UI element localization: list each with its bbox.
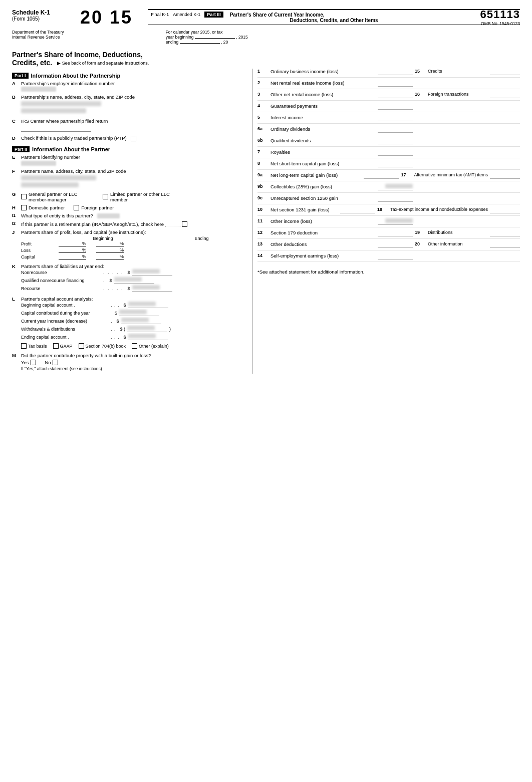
field-g-check1[interactable] <box>21 194 27 199</box>
rp-col15-label-0: Credits <box>428 69 488 74</box>
l-row-blur-1 <box>119 310 147 314</box>
l-row-blur-0 <box>128 302 156 306</box>
l-704b-checkbox[interactable] <box>79 343 84 349</box>
j-row-pct1-1[interactable]: % <box>59 247 86 253</box>
rp-value-0[interactable] <box>378 69 413 75</box>
rp-label-15: Other deductions <box>271 241 376 247</box>
rp-col15-label-12: Tax-exempt income and nondeductible expe… <box>390 207 488 212</box>
j-row-pct2-1[interactable]: % <box>96 247 124 253</box>
field-g-check2[interactable] <box>103 194 108 199</box>
field-j-row-2: Capital % % <box>21 254 246 259</box>
rp-value-1[interactable] <box>378 80 413 87</box>
rp-num-0: 1 <box>257 69 269 74</box>
k-row-blur-2 <box>132 285 160 290</box>
amended-k1-label: Amended K-1 <box>173 12 200 17</box>
rp-col15-num-0: 15 <box>415 69 426 74</box>
field-b-content: Partnership's name, address, city, state… <box>21 94 135 114</box>
ending-input[interactable] <box>180 43 220 44</box>
field-m-yes: Yes <box>21 360 36 365</box>
rp-col15-label-15: Other information <box>428 241 488 246</box>
l-row-value-2[interactable] <box>121 318 161 324</box>
j-row-pct2-2[interactable]: % <box>96 254 124 259</box>
j-row-name-0: Profit <box>21 241 49 246</box>
rp-value-4[interactable] <box>378 115 413 121</box>
rp-value-5[interactable] <box>378 126 413 133</box>
k-row-value-1[interactable] <box>114 277 154 284</box>
l-row-value-1[interactable] <box>119 310 159 316</box>
omb-number: OMB No. 1545-0123 <box>480 21 520 26</box>
rp-value-9[interactable] <box>364 172 399 179</box>
field-m-no: No <box>45 360 58 365</box>
rp-value-7[interactable] <box>378 149 413 156</box>
rp-col15-value-9[interactable] <box>490 172 520 179</box>
schedule-title-block: Schedule K-1 (Form 1065) <box>12 9 50 22</box>
rp-col15-value-15[interactable] <box>490 241 520 248</box>
rp-num-9: 9a <box>257 172 269 177</box>
j-row-pct1-0[interactable]: % <box>59 241 86 246</box>
rp-col15-value-12[interactable] <box>490 207 520 213</box>
rp-value-2[interactable] <box>378 92 413 98</box>
field-k-row: K Partner's share of liabilities at year… <box>12 264 246 293</box>
rp-value-3[interactable] <box>378 103 413 110</box>
rp-num-6: 6b <box>257 138 269 143</box>
j-row-pct1-2[interactable]: % <box>59 254 86 259</box>
rp-col15-value-0[interactable] <box>490 69 520 75</box>
field-k-row-0: Nonrecourse . . . . . $ <box>21 269 246 276</box>
field-c-input[interactable] <box>21 125 91 132</box>
rp-col15-value-14[interactable] <box>490 230 520 236</box>
year-begin-input[interactable] <box>195 38 235 39</box>
k-row-blur-0 <box>132 269 160 274</box>
l-tax-label: Tax basis <box>28 344 47 349</box>
field-d-checkbox[interactable] <box>131 136 136 141</box>
year-begin-label: year beginning <box>166 35 194 40</box>
l-row-dots-2: . <box>111 319 113 324</box>
rp-row-6: 6b Qualified dividends <box>257 138 520 147</box>
field-g-content: General partner or LLC member-manager Li… <box>21 191 175 202</box>
schedule-title: Schedule K-1 <box>12 9 50 16</box>
l-row-value-4[interactable] <box>128 334 168 340</box>
rp-value-16[interactable] <box>378 253 413 259</box>
j-row-pct2-0[interactable]: % <box>96 241 124 246</box>
l-row-blur-4 <box>128 334 156 338</box>
l-row-value-0[interactable] <box>128 302 168 308</box>
field-h-check1[interactable] <box>21 205 27 210</box>
dept-line2: Internal Revenue Service <box>12 35 64 40</box>
l-row-value-3[interactable] <box>127 326 167 332</box>
k-row-value-0[interactable] <box>132 269 172 276</box>
rp-num-2: 3 <box>257 92 269 97</box>
rp-row-5: 6a Ordinary dividends <box>257 126 520 135</box>
field-h-check2[interactable] <box>74 205 79 210</box>
l-other-checkbox[interactable] <box>132 343 137 349</box>
rp-col15-value-2[interactable] <box>490 92 520 98</box>
rp-row-11: 9c Unrecaptured section 1250 gain <box>257 195 520 204</box>
field-m-yes-checkbox[interactable] <box>31 360 36 365</box>
rp-value-14[interactable] <box>378 230 413 236</box>
partner-share-subtitle-row: Credits, etc. ▶ See back of form and sep… <box>12 59 520 67</box>
field-k-row-1: Qualified nonrecourse financing . $ <box>21 277 246 284</box>
rp-value-10[interactable] <box>378 184 413 190</box>
field-i2-checkbox[interactable] <box>182 221 187 227</box>
rp-value-12[interactable] <box>340 207 375 213</box>
l-gaap-checkbox[interactable] <box>53 343 59 349</box>
field-m-no-checkbox[interactable] <box>53 360 58 365</box>
rp-value-13[interactable] <box>378 218 413 225</box>
field-d-letter: D <box>12 135 21 141</box>
rp-label-5: Ordinary dividends <box>271 126 376 132</box>
k-row-prefix-2: $ <box>128 286 130 291</box>
ending-label: ending <box>166 40 179 45</box>
k-row-value-2[interactable] <box>132 285 172 292</box>
rp-value-11[interactable] <box>378 195 413 202</box>
rp-num-5: 6a <box>257 126 269 131</box>
field-f-letter: F <box>12 168 21 174</box>
rp-value-15[interactable] <box>378 241 413 248</box>
rp-value-6[interactable] <box>378 138 413 144</box>
l-tax-checkbox[interactable] <box>21 343 27 349</box>
field-h-col2: Foreign partner <box>74 205 114 210</box>
rp-value-8[interactable] <box>378 161 413 167</box>
k-row-blur-1 <box>114 277 142 282</box>
l-row-dots-4: . . . <box>111 335 120 340</box>
l-other-label: Other (explain) <box>139 344 169 349</box>
field-m-options: Yes No <box>21 360 151 365</box>
rp-row-9: 9a Net long-term capital gain (loss) 17 … <box>257 172 520 181</box>
field-j-beginning: Beginning <box>59 236 147 241</box>
